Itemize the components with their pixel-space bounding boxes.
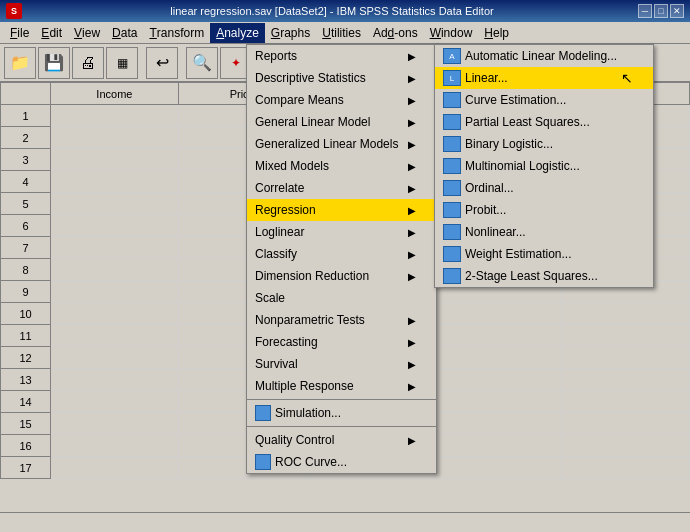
app-icon: S bbox=[6, 3, 22, 19]
cell[interactable] bbox=[51, 303, 179, 325]
cell[interactable] bbox=[51, 281, 179, 303]
save-button[interactable]: 💾 bbox=[38, 47, 70, 79]
menu-reports[interactable]: Reports▶ bbox=[247, 45, 436, 67]
cell[interactable] bbox=[562, 413, 690, 435]
menu-nonlinear[interactable]: Nonlinear... bbox=[435, 221, 653, 243]
probit-icon bbox=[443, 202, 461, 218]
status-bar bbox=[0, 512, 690, 532]
cell[interactable] bbox=[51, 259, 179, 281]
undo-button[interactable]: ↩ bbox=[146, 47, 178, 79]
dialog-recall-button[interactable]: ▦ bbox=[106, 47, 138, 79]
menu-simulation[interactable]: Simulation... bbox=[247, 402, 436, 424]
cell[interactable] bbox=[51, 171, 179, 193]
cell[interactable] bbox=[51, 391, 179, 413]
cell[interactable] bbox=[434, 347, 562, 369]
cell[interactable] bbox=[51, 369, 179, 391]
cell[interactable] bbox=[51, 127, 179, 149]
menu-generalized-linear[interactable]: Generalized Linear Models▶ bbox=[247, 133, 436, 155]
col-header-income[interactable]: Income bbox=[51, 83, 179, 105]
window-controls: ─ □ ✕ bbox=[638, 4, 684, 18]
menu-analyze[interactable]: Analyze bbox=[210, 23, 265, 43]
menu-loglinear[interactable]: Loglinear▶ bbox=[247, 221, 436, 243]
cell[interactable] bbox=[51, 347, 179, 369]
cell[interactable] bbox=[562, 369, 690, 391]
cell[interactable] bbox=[51, 149, 179, 171]
close-button[interactable]: ✕ bbox=[670, 4, 684, 18]
menu-dimension-reduction[interactable]: Dimension Reduction▶ bbox=[247, 265, 436, 287]
menu-correlate[interactable]: Correlate▶ bbox=[247, 177, 436, 199]
menu-regression[interactable]: Regression▶ bbox=[247, 199, 436, 221]
menu-pls[interactable]: Partial Least Squares... bbox=[435, 111, 653, 133]
menu-quality-control[interactable]: Quality Control▶ bbox=[247, 429, 436, 451]
cell[interactable] bbox=[562, 303, 690, 325]
cell[interactable] bbox=[51, 237, 179, 259]
row-number: 16 bbox=[1, 435, 51, 457]
menu-window[interactable]: Window bbox=[424, 23, 479, 43]
row-number: 13 bbox=[1, 369, 51, 391]
menu-ordinal[interactable]: Ordinal... bbox=[435, 177, 653, 199]
menu-scale[interactable]: Scale bbox=[247, 287, 436, 309]
cell[interactable] bbox=[434, 391, 562, 413]
simulation-icon bbox=[255, 405, 271, 421]
menu-graphs[interactable]: Graphs bbox=[265, 23, 316, 43]
cell[interactable] bbox=[51, 435, 179, 457]
menu-forecasting[interactable]: Forecasting▶ bbox=[247, 331, 436, 353]
nonlinear-icon bbox=[443, 224, 461, 240]
cell[interactable] bbox=[51, 325, 179, 347]
cell[interactable] bbox=[51, 215, 179, 237]
menu-roc-curve[interactable]: ROC Curve... bbox=[247, 451, 436, 473]
curve-icon bbox=[443, 92, 461, 108]
find-button[interactable]: 🔍 bbox=[186, 47, 218, 79]
cell[interactable] bbox=[434, 303, 562, 325]
menu-nonparametric[interactable]: Nonparametric Tests▶ bbox=[247, 309, 436, 331]
linear-icon: L bbox=[443, 70, 461, 86]
cell[interactable] bbox=[434, 435, 562, 457]
menu-survival[interactable]: Survival▶ bbox=[247, 353, 436, 375]
cell[interactable] bbox=[434, 369, 562, 391]
menu-mixed-models[interactable]: Mixed Models▶ bbox=[247, 155, 436, 177]
menu-descriptive-stats[interactable]: Descriptive Statistics▶ bbox=[247, 67, 436, 89]
cell[interactable] bbox=[434, 325, 562, 347]
open-button[interactable]: 📁 bbox=[4, 47, 36, 79]
menu-file[interactable]: File bbox=[4, 23, 35, 43]
row-number: 10 bbox=[1, 303, 51, 325]
cell[interactable] bbox=[562, 347, 690, 369]
menu-help[interactable]: Help bbox=[478, 23, 515, 43]
row-number: 2 bbox=[1, 127, 51, 149]
cell[interactable] bbox=[562, 457, 690, 479]
menu-classify[interactable]: Classify▶ bbox=[247, 243, 436, 265]
print-button[interactable]: 🖨 bbox=[72, 47, 104, 79]
menu-transform[interactable]: Transform bbox=[143, 23, 210, 43]
cell[interactable] bbox=[434, 413, 562, 435]
cell[interactable] bbox=[51, 457, 179, 479]
cell[interactable] bbox=[562, 435, 690, 457]
menu-multiple-response[interactable]: Multiple Response▶ bbox=[247, 375, 436, 397]
row-number: 1 bbox=[1, 105, 51, 127]
cell[interactable] bbox=[562, 391, 690, 413]
cell[interactable] bbox=[434, 457, 562, 479]
menu-data[interactable]: Data bbox=[106, 23, 143, 43]
maximize-button[interactable]: □ bbox=[654, 4, 668, 18]
menu-compare-means[interactable]: Compare Means▶ bbox=[247, 89, 436, 111]
menu-view[interactable]: View bbox=[68, 23, 106, 43]
row-number: 3 bbox=[1, 149, 51, 171]
cell[interactable] bbox=[562, 325, 690, 347]
menu-probit[interactable]: Probit... bbox=[435, 199, 653, 221]
minimize-button[interactable]: ─ bbox=[638, 4, 652, 18]
menu-auto-linear[interactable]: A Automatic Linear Modeling... bbox=[435, 45, 653, 67]
menu-2stage[interactable]: 2-Stage Least Squares... bbox=[435, 265, 653, 287]
menu-addons[interactable]: Add-ons bbox=[367, 23, 424, 43]
menu-weight-estimation[interactable]: Weight Estimation... bbox=[435, 243, 653, 265]
menu-binary-logistic[interactable]: Binary Logistic... bbox=[435, 133, 653, 155]
menu-multinomial-logistic[interactable]: Multinomial Logistic... bbox=[435, 155, 653, 177]
menu-general-linear[interactable]: General Linear Model▶ bbox=[247, 111, 436, 133]
cell[interactable] bbox=[51, 413, 179, 435]
cell[interactable] bbox=[51, 105, 179, 127]
cell[interactable] bbox=[51, 193, 179, 215]
row-number: 12 bbox=[1, 347, 51, 369]
menu-curve-estimation[interactable]: Curve Estimation... bbox=[435, 89, 653, 111]
menu-utilities[interactable]: Utilities bbox=[316, 23, 367, 43]
menu-linear[interactable]: L Linear... ↖ bbox=[435, 67, 653, 89]
menu-edit[interactable]: Edit bbox=[35, 23, 68, 43]
row-number: 15 bbox=[1, 413, 51, 435]
